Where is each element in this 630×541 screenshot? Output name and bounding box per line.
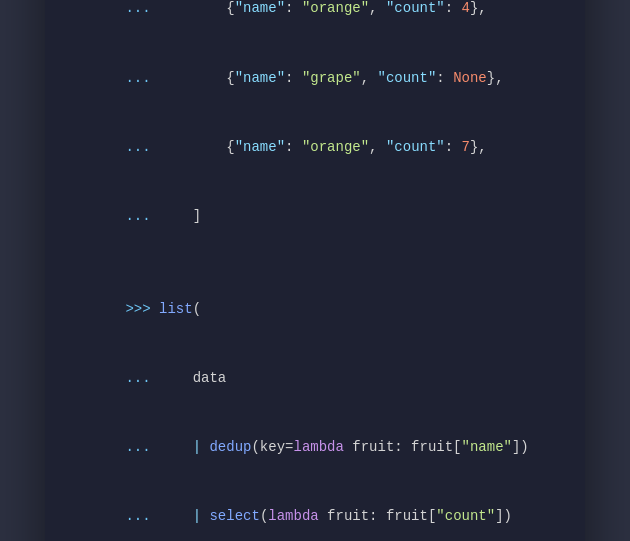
terminal-window: >>> from pipe import dedup, select, wher… xyxy=(45,0,585,541)
code-line-7: ... ] xyxy=(75,182,555,251)
code-line-11: ... | select(lambda fruit: fruit["count"… xyxy=(75,482,555,541)
code-line-5: ... {"name": "grape", "count": None}, xyxy=(75,44,555,113)
code-line-4: ... {"name": "orange", "count": 4}, xyxy=(75,0,555,44)
blank-2 xyxy=(75,251,555,274)
code-line-9: ... data xyxy=(75,344,555,413)
code-line-10: ... | dedup(key=lambda fruit: fruit["nam… xyxy=(75,413,555,482)
code-line-6: ... {"name": "orange", "count": 7}, xyxy=(75,113,555,182)
code-line-8: >>> list( xyxy=(75,274,555,343)
code-content: >>> from pipe import dedup, select, wher… xyxy=(45,0,585,541)
